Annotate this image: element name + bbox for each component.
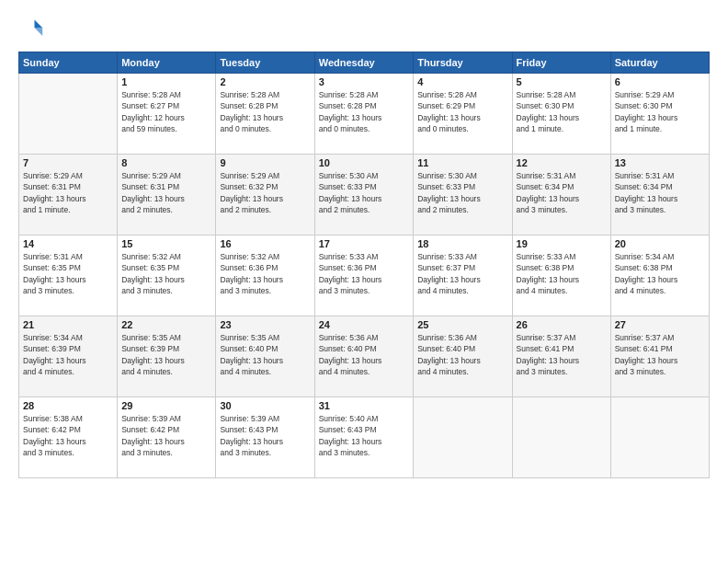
calendar-cell: 30Sunrise: 5:39 AM Sunset: 6:43 PM Dayli… bbox=[216, 397, 314, 478]
day-detail: Sunrise: 5:28 AM Sunset: 6:28 PM Dayligh… bbox=[319, 89, 409, 134]
calendar-cell: 29Sunrise: 5:39 AM Sunset: 6:42 PM Dayli… bbox=[118, 397, 216, 478]
day-number: 26 bbox=[517, 319, 607, 330]
calendar-cell: 21Sunrise: 5:34 AM Sunset: 6:39 PM Dayli… bbox=[19, 316, 118, 397]
day-number: 18 bbox=[417, 238, 507, 249]
day-detail: Sunrise: 5:33 AM Sunset: 6:38 PM Dayligh… bbox=[517, 251, 607, 296]
day-detail: Sunrise: 5:29 AM Sunset: 6:32 PM Dayligh… bbox=[220, 170, 310, 215]
logo bbox=[18, 17, 48, 42]
day-detail: Sunrise: 5:29 AM Sunset: 6:30 PM Dayligh… bbox=[615, 89, 705, 134]
calendar-header-tuesday: Tuesday bbox=[216, 52, 314, 74]
day-detail: Sunrise: 5:31 AM Sunset: 6:35 PM Dayligh… bbox=[23, 251, 113, 296]
day-number: 31 bbox=[319, 400, 409, 411]
calendar-header-friday: Friday bbox=[512, 52, 610, 74]
calendar-week-row: 28Sunrise: 5:38 AM Sunset: 6:42 PM Dayli… bbox=[19, 397, 710, 478]
calendar-header-monday: Monday bbox=[118, 52, 216, 74]
day-number: 22 bbox=[121, 319, 211, 330]
day-number: 10 bbox=[319, 157, 409, 168]
header bbox=[18, 17, 710, 42]
calendar-cell: 6Sunrise: 5:29 AM Sunset: 6:30 PM Daylig… bbox=[610, 74, 709, 155]
calendar-cell bbox=[19, 74, 118, 155]
day-number: 19 bbox=[517, 238, 607, 249]
calendar-header-wednesday: Wednesday bbox=[314, 52, 413, 74]
calendar-cell: 24Sunrise: 5:36 AM Sunset: 6:40 PM Dayli… bbox=[314, 316, 413, 397]
calendar-week-row: 1Sunrise: 5:28 AM Sunset: 6:27 PM Daylig… bbox=[19, 74, 710, 155]
calendar-header-saturday: Saturday bbox=[610, 52, 709, 74]
day-number: 11 bbox=[417, 157, 507, 168]
calendar-cell: 8Sunrise: 5:29 AM Sunset: 6:31 PM Daylig… bbox=[118, 155, 216, 236]
day-detail: Sunrise: 5:31 AM Sunset: 6:34 PM Dayligh… bbox=[615, 170, 705, 215]
calendar-cell: 2Sunrise: 5:28 AM Sunset: 6:28 PM Daylig… bbox=[216, 74, 314, 155]
day-number: 9 bbox=[220, 157, 310, 168]
calendar-cell: 5Sunrise: 5:28 AM Sunset: 6:30 PM Daylig… bbox=[512, 74, 610, 155]
calendar-cell: 16Sunrise: 5:32 AM Sunset: 6:36 PM Dayli… bbox=[216, 236, 314, 316]
svg-marker-1 bbox=[35, 28, 43, 36]
calendar-cell: 17Sunrise: 5:33 AM Sunset: 6:36 PM Dayli… bbox=[314, 236, 413, 316]
day-detail: Sunrise: 5:30 AM Sunset: 6:33 PM Dayligh… bbox=[417, 170, 507, 215]
day-number: 2 bbox=[220, 76, 310, 87]
day-detail: Sunrise: 5:29 AM Sunset: 6:31 PM Dayligh… bbox=[121, 170, 211, 215]
day-number: 16 bbox=[220, 238, 310, 249]
day-detail: Sunrise: 5:38 AM Sunset: 6:42 PM Dayligh… bbox=[23, 413, 113, 458]
day-number: 23 bbox=[220, 319, 310, 330]
day-detail: Sunrise: 5:36 AM Sunset: 6:40 PM Dayligh… bbox=[319, 332, 409, 377]
day-detail: Sunrise: 5:31 AM Sunset: 6:34 PM Dayligh… bbox=[517, 170, 607, 215]
calendar-cell: 11Sunrise: 5:30 AM Sunset: 6:33 PM Dayli… bbox=[414, 155, 512, 236]
calendar-cell: 18Sunrise: 5:33 AM Sunset: 6:37 PM Dayli… bbox=[414, 236, 512, 316]
calendar-cell: 12Sunrise: 5:31 AM Sunset: 6:34 PM Dayli… bbox=[512, 155, 610, 236]
day-number: 25 bbox=[417, 319, 507, 330]
day-number: 27 bbox=[615, 319, 705, 330]
day-detail: Sunrise: 5:28 AM Sunset: 6:29 PM Dayligh… bbox=[417, 89, 507, 134]
day-detail: Sunrise: 5:33 AM Sunset: 6:36 PM Dayligh… bbox=[319, 251, 409, 296]
day-number: 15 bbox=[121, 238, 211, 249]
day-detail: Sunrise: 5:28 AM Sunset: 6:27 PM Dayligh… bbox=[121, 89, 211, 134]
day-detail: Sunrise: 5:37 AM Sunset: 6:41 PM Dayligh… bbox=[517, 332, 607, 377]
day-number: 29 bbox=[121, 400, 211, 411]
day-detail: Sunrise: 5:37 AM Sunset: 6:41 PM Dayligh… bbox=[615, 332, 705, 377]
day-detail: Sunrise: 5:28 AM Sunset: 6:30 PM Dayligh… bbox=[517, 89, 607, 134]
calendar-header-row: SundayMondayTuesdayWednesdayThursdayFrid… bbox=[19, 52, 710, 74]
calendar-cell: 1Sunrise: 5:28 AM Sunset: 6:27 PM Daylig… bbox=[118, 74, 216, 155]
calendar-cell: 27Sunrise: 5:37 AM Sunset: 6:41 PM Dayli… bbox=[610, 316, 709, 397]
calendar-header-sunday: Sunday bbox=[19, 52, 118, 74]
day-detail: Sunrise: 5:32 AM Sunset: 6:35 PM Dayligh… bbox=[121, 251, 211, 296]
calendar-cell: 23Sunrise: 5:35 AM Sunset: 6:40 PM Dayli… bbox=[216, 316, 314, 397]
calendar-cell: 9Sunrise: 5:29 AM Sunset: 6:32 PM Daylig… bbox=[216, 155, 314, 236]
day-number: 6 bbox=[615, 76, 705, 87]
day-number: 24 bbox=[319, 319, 409, 330]
day-detail: Sunrise: 5:30 AM Sunset: 6:33 PM Dayligh… bbox=[319, 170, 409, 215]
day-number: 17 bbox=[319, 238, 409, 249]
day-number: 30 bbox=[220, 400, 310, 411]
calendar-cell bbox=[414, 397, 512, 478]
calendar-week-row: 7Sunrise: 5:29 AM Sunset: 6:31 PM Daylig… bbox=[19, 155, 710, 236]
day-detail: Sunrise: 5:34 AM Sunset: 6:38 PM Dayligh… bbox=[615, 251, 705, 296]
day-number: 20 bbox=[615, 238, 705, 249]
calendar-cell: 26Sunrise: 5:37 AM Sunset: 6:41 PM Dayli… bbox=[512, 316, 610, 397]
calendar-cell: 31Sunrise: 5:40 AM Sunset: 6:43 PM Dayli… bbox=[314, 397, 413, 478]
calendar-cell: 19Sunrise: 5:33 AM Sunset: 6:38 PM Dayli… bbox=[512, 236, 610, 316]
logo-icon bbox=[18, 17, 44, 42]
day-detail: Sunrise: 5:35 AM Sunset: 6:39 PM Dayligh… bbox=[121, 332, 211, 377]
day-detail: Sunrise: 5:28 AM Sunset: 6:28 PM Dayligh… bbox=[220, 89, 310, 134]
day-number: 21 bbox=[23, 319, 113, 330]
calendar-cell: 14Sunrise: 5:31 AM Sunset: 6:35 PM Dayli… bbox=[19, 236, 118, 316]
calendar-cell bbox=[610, 397, 709, 478]
calendar-table: SundayMondayTuesdayWednesdayThursdayFrid… bbox=[18, 52, 710, 478]
page: SundayMondayTuesdayWednesdayThursdayFrid… bbox=[0, 0, 728, 563]
day-number: 7 bbox=[23, 157, 113, 168]
day-detail: Sunrise: 5:39 AM Sunset: 6:43 PM Dayligh… bbox=[220, 413, 310, 458]
day-number: 12 bbox=[517, 157, 607, 168]
calendar-cell: 4Sunrise: 5:28 AM Sunset: 6:29 PM Daylig… bbox=[414, 74, 512, 155]
day-detail: Sunrise: 5:39 AM Sunset: 6:42 PM Dayligh… bbox=[121, 413, 211, 458]
day-detail: Sunrise: 5:40 AM Sunset: 6:43 PM Dayligh… bbox=[319, 413, 409, 458]
day-detail: Sunrise: 5:33 AM Sunset: 6:37 PM Dayligh… bbox=[417, 251, 507, 296]
day-number: 4 bbox=[417, 76, 507, 87]
day-number: 8 bbox=[121, 157, 211, 168]
day-detail: Sunrise: 5:36 AM Sunset: 6:40 PM Dayligh… bbox=[417, 332, 507, 377]
calendar-cell: 7Sunrise: 5:29 AM Sunset: 6:31 PM Daylig… bbox=[19, 155, 118, 236]
calendar-cell: 22Sunrise: 5:35 AM Sunset: 6:39 PM Dayli… bbox=[118, 316, 216, 397]
day-detail: Sunrise: 5:29 AM Sunset: 6:31 PM Dayligh… bbox=[23, 170, 113, 215]
calendar-cell: 20Sunrise: 5:34 AM Sunset: 6:38 PM Dayli… bbox=[610, 236, 709, 316]
calendar-cell: 25Sunrise: 5:36 AM Sunset: 6:40 PM Dayli… bbox=[414, 316, 512, 397]
day-number: 28 bbox=[23, 400, 113, 411]
day-number: 5 bbox=[517, 76, 607, 87]
